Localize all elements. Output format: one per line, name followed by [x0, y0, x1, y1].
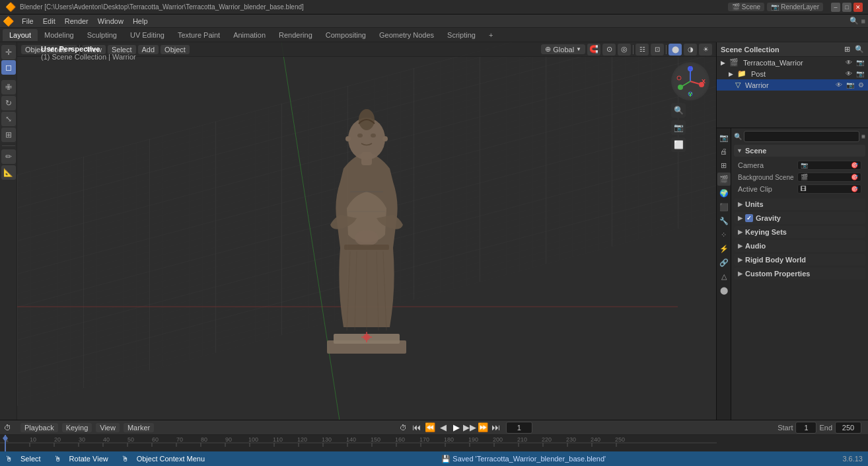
end-frame-input[interactable]: [835, 422, 861, 434]
rigid-body-header[interactable]: ▶ Rigid Body World: [734, 254, 865, 266]
transform-tool[interactable]: ⊞: [1, 128, 16, 142]
custom-props-header[interactable]: ▶ Custom Properties: [734, 268, 865, 280]
marker-menu[interactable]: Marker: [124, 423, 154, 432]
rotate-tool[interactable]: ↻: [1, 96, 16, 110]
viewport[interactable]: Object Mode ▼ View Select Add Object ⊕ G…: [17, 42, 716, 420]
start-frame-input[interactable]: [795, 422, 816, 434]
prop-data-icon[interactable]: △: [717, 270, 731, 283]
scene-section-header[interactable]: ▼ Scene: [734, 145, 865, 157]
material-mode-btn[interactable]: ◑: [684, 44, 697, 56]
overlay-toggle[interactable]: ☷: [635, 44, 649, 56]
jump-end-btn[interactable]: ⏭: [490, 422, 502, 434]
step-fwd-btn[interactable]: ▶▶: [464, 422, 476, 434]
orientation-gizmo[interactable]: X Z Y: [671, 62, 709, 100]
prop-output-icon[interactable]: 🖨: [717, 145, 731, 158]
outliner-warrior-extra[interactable]: ⚙: [858, 81, 864, 89]
scale-tool[interactable]: ⤡: [1, 112, 16, 126]
prop-particles-icon[interactable]: ⁘: [717, 228, 731, 241]
clip-pick-btn[interactable]: 🎯: [851, 186, 858, 192]
audio-section-header[interactable]: ▶ Audio: [734, 240, 865, 252]
tab-compositing[interactable]: Compositing: [319, 29, 373, 41]
file-menu[interactable]: File: [18, 16, 38, 26]
prop-object-icon[interactable]: ⬛: [717, 200, 731, 214]
tab-layout[interactable]: Layout: [3, 29, 38, 41]
search-icon[interactable]: 🔍: [850, 17, 859, 25]
close-button[interactable]: ✕: [853, 3, 863, 12]
tab-geometry-nodes[interactable]: Geometry Nodes: [373, 29, 441, 41]
annotate-tool[interactable]: ✏: [1, 149, 16, 164]
snap-toggle[interactable]: 🧲: [587, 44, 600, 56]
outliner-filter-icon[interactable]: ⊞: [844, 45, 850, 54]
add-workspace-button[interactable]: +: [482, 29, 499, 41]
keying-menu[interactable]: Keying: [62, 423, 92, 432]
timeline-track[interactable]: 1 10 20 30 40 50 60 70 80 90 100 110 120: [0, 435, 868, 451]
gravity-section-header[interactable]: ▶ ✓ Gravity: [734, 212, 865, 224]
xray-toggle[interactable]: ⊡: [651, 44, 664, 56]
prop-material-icon[interactable]: ⬤: [717, 284, 731, 297]
maximize-button[interactable]: □: [842, 3, 851, 12]
outliner-search-icon[interactable]: 🔍: [855, 45, 864, 54]
toggle-ortho-btn[interactable]: ⬜: [671, 137, 686, 152]
timeline-view-menu[interactable]: View: [96, 423, 120, 432]
tab-modeling[interactable]: Modeling: [38, 29, 81, 41]
transform-pivot[interactable]: ◎: [618, 44, 631, 56]
play-btn[interactable]: ▶: [451, 422, 462, 434]
minimize-button[interactable]: –: [831, 3, 840, 12]
move-tool[interactable]: ✙: [1, 80, 16, 95]
units-section-header[interactable]: ▶ Units: [734, 198, 865, 210]
prop-constraints-icon[interactable]: 🔗: [717, 256, 731, 269]
proportional-edit[interactable]: ⊙: [602, 44, 616, 56]
camera-value[interactable]: 📷 🎯: [797, 161, 861, 170]
background-scene-value[interactable]: 🎬 🎯: [797, 173, 861, 182]
tab-animation[interactable]: Animation: [227, 29, 272, 41]
viewport-add-menu[interactable]: Add: [138, 45, 159, 54]
current-frame-input[interactable]: [506, 422, 532, 434]
outliner-item-terracotta[interactable]: ▶ 🎬 Terracotta_Warrior 👁 📷: [717, 57, 868, 68]
blender-menu-icon[interactable]: 🔶: [3, 16, 14, 26]
outliner-post-eye[interactable]: 👁: [846, 70, 852, 77]
tab-texture-paint[interactable]: Texture Paint: [171, 29, 227, 41]
cursor-tool[interactable]: ✛: [1, 45, 16, 59]
outliner-item-warrior[interactable]: ▽ Warrior 👁 📷 ⚙: [717, 79, 868, 91]
scene-selector[interactable]: 🎬 Scene: [728, 3, 764, 11]
tab-scripting[interactable]: Scripting: [441, 29, 482, 41]
select-tool[interactable]: ◻: [1, 60, 16, 75]
camera-pick-btn[interactable]: 🎯: [851, 162, 858, 169]
outliner-visibility-eye[interactable]: 👁: [846, 59, 852, 66]
render-menu[interactable]: Render: [61, 16, 92, 26]
filter-icon[interactable]: ≡: [861, 17, 865, 25]
prop-physics-icon[interactable]: ⚡: [717, 242, 731, 255]
prop-world-icon[interactable]: 🌍: [717, 186, 731, 200]
camera-view-btn[interactable]: 📷: [671, 120, 686, 135]
props-filter-icon[interactable]: ≡: [861, 133, 865, 140]
prop-scene-icon[interactable]: 🎬: [717, 173, 731, 186]
playback-menu[interactable]: Playback: [20, 423, 58, 432]
measure-tool[interactable]: 📐: [1, 165, 16, 180]
bg-scene-pick[interactable]: 🎯: [851, 174, 858, 180]
outliner-warrior-eye[interactable]: 👁: [836, 81, 842, 89]
props-search-input[interactable]: [744, 131, 859, 142]
jump-start-btn[interactable]: ⏮: [411, 422, 423, 434]
jump-next-key-btn[interactable]: ⏩: [477, 422, 489, 434]
step-back-btn[interactable]: ◀: [437, 422, 449, 434]
prop-viewlayer-icon[interactable]: ⊞: [717, 159, 731, 172]
outliner-warrior-cam[interactable]: 📷: [846, 81, 854, 89]
edit-menu[interactable]: Edit: [39, 16, 59, 26]
solid-mode-btn[interactable]: ⬤: [669, 44, 682, 56]
prop-render-icon[interactable]: 📷: [717, 131, 731, 144]
window-menu[interactable]: Window: [94, 16, 127, 26]
tab-uv-editing[interactable]: UV Editing: [124, 29, 171, 41]
tab-sculpting[interactable]: Sculpting: [81, 29, 124, 41]
keying-sets-header[interactable]: ▶ Keying Sets: [734, 226, 865, 238]
gravity-checkbox[interactable]: ✓: [745, 214, 753, 222]
prop-modifier-icon[interactable]: 🔧: [717, 214, 731, 227]
viewport-object-menu[interactable]: Object: [161, 45, 190, 54]
outliner-render-cam[interactable]: 📷: [856, 59, 864, 66]
tab-rendering[interactable]: Rendering: [272, 29, 319, 41]
active-clip-value[interactable]: 🎞 🎯: [797, 184, 861, 194]
rendered-mode-btn[interactable]: ☀: [699, 44, 712, 56]
outliner-post-cam[interactable]: 📷: [856, 70, 864, 77]
jump-prev-key-btn[interactable]: ⏪: [424, 422, 436, 434]
global-orientation[interactable]: ⊕ Global ▼: [541, 44, 585, 54]
zoom-in-btn[interactable]: 🔍: [671, 103, 686, 118]
